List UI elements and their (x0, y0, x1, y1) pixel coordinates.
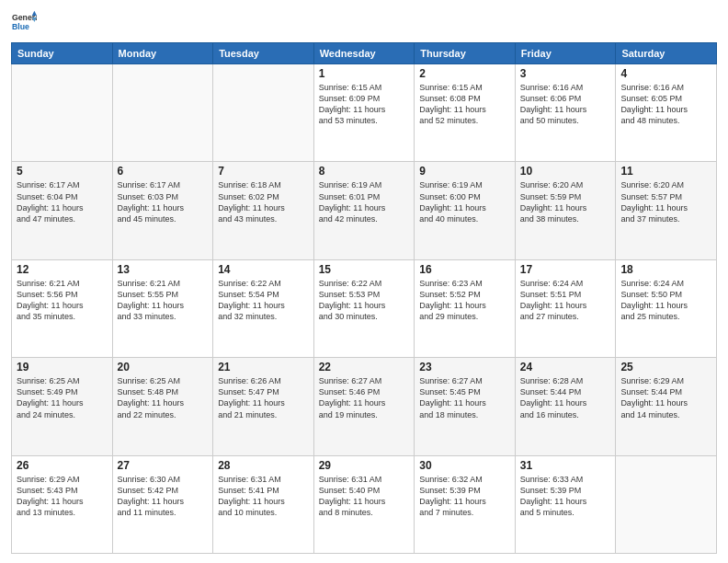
day-number: 21 (218, 361, 309, 373)
calendar-cell: 3Sunrise: 6:16 AMSunset: 6:06 PMDaylight… (515, 64, 616, 162)
calendar-cell: 15Sunrise: 6:22 AMSunset: 5:53 PMDayligh… (313, 259, 415, 357)
calendar-cell: 9Sunrise: 6:19 AMSunset: 6:00 PMDaylight… (415, 162, 516, 259)
day-number: 2 (419, 67, 510, 80)
day-number: 31 (520, 459, 611, 472)
calendar-cell: 18Sunrise: 6:24 AMSunset: 5:50 PMDayligh… (616, 259, 717, 357)
day-info: Sunrise: 6:29 AMSunset: 5:43 PMDaylight:… (17, 474, 108, 519)
weekday-header-thursday: Thursday (415, 43, 516, 64)
day-number: 16 (419, 263, 510, 276)
day-number: 8 (319, 165, 410, 178)
day-number: 20 (118, 361, 209, 373)
day-info: Sunrise: 6:26 AMSunset: 5:47 PMDaylight:… (218, 375, 309, 420)
day-info: Sunrise: 6:21 AMSunset: 5:55 PMDaylight:… (118, 278, 209, 323)
calendar-cell: 26Sunrise: 6:29 AMSunset: 5:43 PMDayligh… (12, 455, 113, 553)
calendar-header-row: SundayMondayTuesdayWednesdayThursdayFrid… (12, 43, 717, 64)
calendar-cell: 19Sunrise: 6:25 AMSunset: 5:49 PMDayligh… (12, 358, 113, 455)
weekday-header-tuesday: Tuesday (213, 43, 314, 64)
day-info: Sunrise: 6:18 AMSunset: 6:02 PMDaylight:… (218, 179, 309, 224)
day-info: Sunrise: 6:17 AMSunset: 6:03 PMDaylight:… (118, 179, 209, 224)
day-info: Sunrise: 6:25 AMSunset: 5:48 PMDaylight:… (118, 375, 209, 420)
calendar-week-5: 26Sunrise: 6:29 AMSunset: 5:43 PMDayligh… (12, 455, 717, 553)
day-info: Sunrise: 6:24 AMSunset: 5:50 PMDaylight:… (620, 278, 711, 323)
calendar-week-4: 19Sunrise: 6:25 AMSunset: 5:49 PMDayligh… (12, 358, 717, 455)
day-number: 18 (620, 263, 711, 276)
calendar-cell: 11Sunrise: 6:20 AMSunset: 5:57 PMDayligh… (616, 162, 717, 259)
day-number: 19 (17, 361, 108, 373)
calendar-cell: 12Sunrise: 6:21 AMSunset: 5:56 PMDayligh… (12, 259, 113, 357)
day-info: Sunrise: 6:25 AMSunset: 5:49 PMDaylight:… (17, 375, 108, 420)
day-number: 28 (218, 459, 309, 472)
calendar-cell: 6Sunrise: 6:17 AMSunset: 6:03 PMDaylight… (112, 162, 213, 259)
calendar-cell: 24Sunrise: 6:28 AMSunset: 5:44 PMDayligh… (515, 358, 616, 455)
weekday-header-friday: Friday (515, 43, 616, 64)
day-info: Sunrise: 6:29 AMSunset: 5:44 PMDaylight:… (620, 375, 711, 420)
calendar-cell (12, 64, 113, 162)
header: General Blue (11, 9, 717, 35)
day-info: Sunrise: 6:19 AMSunset: 6:00 PMDaylight:… (419, 179, 510, 224)
calendar-cell: 27Sunrise: 6:30 AMSunset: 5:42 PMDayligh… (112, 455, 213, 553)
day-number: 3 (520, 67, 611, 80)
calendar-cell: 21Sunrise: 6:26 AMSunset: 5:47 PMDayligh… (213, 358, 314, 455)
day-number: 7 (218, 165, 309, 178)
calendar-cell: 1Sunrise: 6:15 AMSunset: 6:09 PMDaylight… (313, 64, 415, 162)
calendar-cell: 29Sunrise: 6:31 AMSunset: 5:40 PMDayligh… (313, 455, 415, 553)
day-number: 15 (319, 263, 410, 276)
day-info: Sunrise: 6:15 AMSunset: 6:08 PMDaylight:… (419, 82, 510, 127)
day-number: 12 (17, 263, 108, 276)
day-number: 25 (620, 361, 711, 373)
logo-icon: General Blue (11, 9, 37, 35)
calendar-cell: 16Sunrise: 6:23 AMSunset: 5:52 PMDayligh… (415, 259, 516, 357)
day-info: Sunrise: 6:28 AMSunset: 5:44 PMDaylight:… (520, 375, 611, 420)
day-info: Sunrise: 6:15 AMSunset: 6:09 PMDaylight:… (319, 82, 410, 127)
day-number: 14 (218, 263, 309, 276)
day-number: 13 (118, 263, 209, 276)
calendar-cell: 4Sunrise: 6:16 AMSunset: 6:05 PMDaylight… (616, 64, 717, 162)
calendar-cell: 20Sunrise: 6:25 AMSunset: 5:48 PMDayligh… (112, 358, 213, 455)
day-info: Sunrise: 6:33 AMSunset: 5:39 PMDaylight:… (520, 474, 611, 519)
day-info: Sunrise: 6:32 AMSunset: 5:39 PMDaylight:… (419, 474, 510, 519)
day-number: 4 (620, 67, 711, 80)
day-info: Sunrise: 6:31 AMSunset: 5:40 PMDaylight:… (319, 474, 410, 519)
calendar-cell: 17Sunrise: 6:24 AMSunset: 5:51 PMDayligh… (515, 259, 616, 357)
day-info: Sunrise: 6:20 AMSunset: 5:57 PMDaylight:… (620, 179, 711, 224)
day-info: Sunrise: 6:20 AMSunset: 5:59 PMDaylight:… (520, 179, 611, 224)
day-number: 22 (319, 361, 410, 373)
day-number: 11 (620, 165, 711, 178)
day-number: 24 (520, 361, 611, 373)
day-number: 29 (319, 459, 410, 472)
day-number: 1 (319, 67, 410, 80)
calendar-cell: 14Sunrise: 6:22 AMSunset: 5:54 PMDayligh… (213, 259, 314, 357)
weekday-header-sunday: Sunday (12, 43, 113, 64)
calendar-cell (213, 64, 314, 162)
calendar-table: SundayMondayTuesdayWednesdayThursdayFrid… (11, 42, 717, 554)
calendar-cell: 22Sunrise: 6:27 AMSunset: 5:46 PMDayligh… (313, 358, 415, 455)
day-number: 10 (520, 165, 611, 178)
day-info: Sunrise: 6:22 AMSunset: 5:53 PMDaylight:… (319, 278, 410, 323)
day-number: 27 (118, 459, 209, 472)
calendar-cell: 2Sunrise: 6:15 AMSunset: 6:08 PMDaylight… (415, 64, 516, 162)
day-info: Sunrise: 6:30 AMSunset: 5:42 PMDaylight:… (118, 474, 209, 519)
calendar-cell (112, 64, 213, 162)
weekday-header-wednesday: Wednesday (313, 43, 415, 64)
calendar-cell: 5Sunrise: 6:17 AMSunset: 6:04 PMDaylight… (12, 162, 113, 259)
day-info: Sunrise: 6:16 AMSunset: 6:05 PMDaylight:… (620, 82, 711, 127)
day-info: Sunrise: 6:27 AMSunset: 5:46 PMDaylight:… (319, 375, 410, 420)
calendar-cell: 13Sunrise: 6:21 AMSunset: 5:55 PMDayligh… (112, 259, 213, 357)
weekday-header-monday: Monday (112, 43, 213, 64)
logo: General Blue (11, 9, 37, 35)
calendar-week-1: 1Sunrise: 6:15 AMSunset: 6:09 PMDaylight… (12, 64, 717, 162)
day-info: Sunrise: 6:19 AMSunset: 6:01 PMDaylight:… (319, 179, 410, 224)
weekday-header-saturday: Saturday (616, 43, 717, 64)
calendar-cell: 25Sunrise: 6:29 AMSunset: 5:44 PMDayligh… (616, 358, 717, 455)
day-info: Sunrise: 6:23 AMSunset: 5:52 PMDaylight:… (419, 278, 510, 323)
calendar-week-3: 12Sunrise: 6:21 AMSunset: 5:56 PMDayligh… (12, 259, 717, 357)
svg-text:Blue: Blue (12, 22, 29, 31)
calendar-week-2: 5Sunrise: 6:17 AMSunset: 6:04 PMDaylight… (12, 162, 717, 259)
calendar-cell: 31Sunrise: 6:33 AMSunset: 5:39 PMDayligh… (515, 455, 616, 553)
day-number: 9 (419, 165, 510, 178)
day-number: 23 (419, 361, 510, 373)
day-number: 6 (118, 165, 209, 178)
day-info: Sunrise: 6:16 AMSunset: 6:06 PMDaylight:… (520, 82, 611, 127)
day-info: Sunrise: 6:31 AMSunset: 5:41 PMDaylight:… (218, 474, 309, 519)
day-info: Sunrise: 6:21 AMSunset: 5:56 PMDaylight:… (17, 278, 108, 323)
